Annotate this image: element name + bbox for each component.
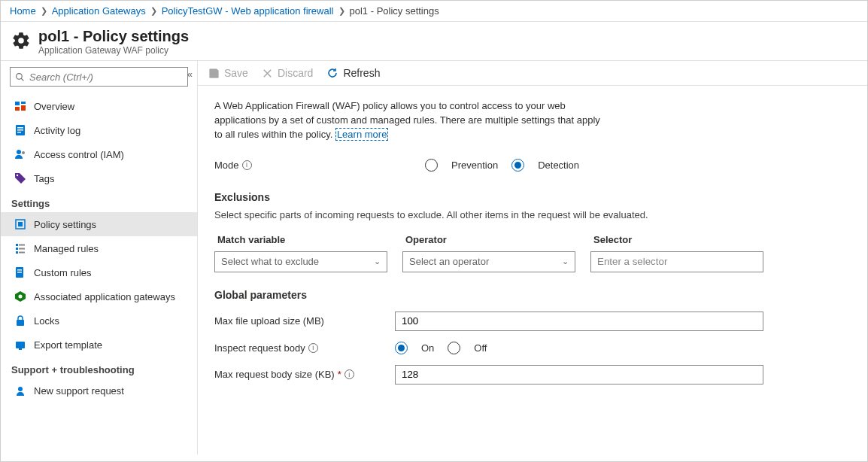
discard-icon	[262, 68, 273, 79]
inspect-radio-on[interactable]	[395, 342, 408, 354]
discard-button: Discard	[262, 67, 313, 79]
breadcrumb-policy-gw[interactable]: PolicyTestGW - Web application firewall	[162, 5, 334, 17]
chevron-right-icon: ❯	[338, 6, 345, 16]
svg-rect-23	[16, 342, 25, 348]
sidebar-item-label: Export template	[34, 339, 102, 351]
collapse-sidebar-icon[interactable]: «	[187, 68, 193, 80]
match-variable-select[interactable]: Select what to exclude ⌄	[214, 251, 387, 272]
svg-rect-4	[17, 129, 23, 131]
sidebar-item-managed-rules[interactable]: Managed rules	[1, 236, 197, 260]
max-file-upload-label: Max file upload size (MB)	[214, 315, 324, 327]
sidebar-section-support: Support + troubleshooting	[1, 357, 197, 378]
svg-rect-26	[211, 69, 216, 72]
intro-text: A Web Application Firewall (WAF) policy …	[214, 99, 605, 142]
inspect-radio-on-label[interactable]: On	[421, 342, 434, 354]
sidebar-item-label: Activity log	[34, 125, 80, 136]
breadcrumb-app-gateways[interactable]: Application Gateways	[52, 5, 146, 17]
info-icon[interactable]: i	[344, 369, 354, 379]
sidebar-item-label: Associated application gateways	[34, 291, 175, 302]
svg-line-1	[21, 78, 23, 81]
chevron-down-icon: ⌄	[374, 257, 381, 266]
breadcrumb-home[interactable]: Home	[10, 5, 36, 17]
svg-rect-12	[19, 245, 25, 246]
customrules-icon	[14, 266, 26, 278]
toolbar-label: Refresh	[343, 67, 380, 79]
search-input[interactable]	[29, 71, 183, 83]
sidebar-item-label: Access control (IAM)	[34, 149, 124, 160]
toolbar: Save Discard Refresh	[198, 61, 867, 86]
gear-icon	[11, 31, 31, 50]
svg-rect-22	[17, 320, 24, 326]
breadcrumb-current: pol1 - Policy settings	[350, 5, 439, 17]
chevron-right-icon: ❯	[150, 6, 157, 16]
svg-point-8	[17, 175, 18, 176]
exclusion-col-operator: Operator	[402, 234, 575, 245]
svg-rect-14	[19, 248, 25, 250]
svg-rect-11	[16, 244, 18, 246]
main-content: Save Discard Refresh A Web Application F…	[198, 61, 867, 454]
sidebar-item-overview[interactable]: Overview	[1, 94, 197, 118]
max-body-label: Max request body size (KB)	[214, 369, 335, 380]
svg-rect-18	[17, 269, 22, 271]
sidebar-item-policy-settings[interactable]: Policy settings	[1, 212, 197, 236]
chevron-right-icon: ❯	[41, 6, 47, 16]
required-asterisk: *	[338, 369, 341, 380]
sidebar-item-label: Managed rules	[34, 243, 99, 254]
chevron-down-icon: ⌄	[562, 257, 569, 266]
sidebar-item-custom-rules[interactable]: Custom rules	[1, 260, 197, 284]
sidebar-item-associated-gateways[interactable]: Associated application gateways	[1, 284, 197, 309]
mode-radio-detection[interactable]	[511, 159, 524, 172]
refresh-button[interactable]: Refresh	[326, 67, 380, 79]
info-icon[interactable]: i	[242, 160, 252, 170]
sidebar-section-settings: Settings	[1, 190, 197, 212]
lock-icon	[14, 315, 26, 327]
selector-input[interactable]	[590, 251, 763, 272]
sidebar-search[interactable]	[10, 67, 188, 87]
log-icon	[14, 124, 26, 136]
max-file-upload-input[interactable]	[395, 312, 763, 331]
iam-icon	[14, 148, 26, 160]
page-title: pol1 - Policy settings	[38, 28, 189, 45]
tag-icon	[14, 172, 26, 184]
inspect-radio-off[interactable]	[448, 342, 460, 354]
mode-radio-detection-label[interactable]: Detection	[538, 160, 579, 171]
sidebar: « Overview Activity log Access control (…	[1, 61, 198, 454]
svg-rect-19	[17, 272, 22, 273]
max-body-size-input[interactable]	[395, 365, 763, 384]
mode-radio-prevention[interactable]	[425, 159, 438, 172]
sidebar-item-locks[interactable]: Locks	[1, 309, 197, 333]
learn-more-link[interactable]: Learn more	[335, 128, 388, 141]
svg-rect-24	[19, 348, 22, 350]
sidebar-item-export-template[interactable]: Export template	[1, 333, 197, 357]
sidebar-item-activity-log[interactable]: Activity log	[1, 118, 197, 142]
operator-select[interactable]: Select an operator ⌄	[402, 251, 575, 272]
svg-point-6	[17, 150, 21, 154]
info-icon[interactable]: i	[308, 343, 318, 353]
sidebar-item-label: Tags	[34, 173, 54, 184]
svg-rect-27	[212, 74, 217, 77]
support-icon	[14, 384, 26, 397]
toolbar-label: Discard	[278, 67, 313, 79]
svg-rect-5	[17, 132, 21, 133]
exclusions-heading: Exclusions	[214, 191, 851, 203]
select-placeholder: Select what to exclude	[221, 256, 319, 267]
svg-rect-10	[18, 222, 23, 226]
exclusion-col-match: Match variable	[214, 234, 387, 245]
select-placeholder: Select an operator	[409, 256, 489, 267]
inspect-radio-off-label[interactable]: Off	[474, 342, 487, 354]
overview-icon	[14, 100, 26, 112]
svg-rect-3	[17, 127, 23, 129]
refresh-icon	[326, 67, 338, 79]
svg-rect-15	[16, 251, 18, 254]
sidebar-item-label: Overview	[34, 101, 74, 112]
svg-point-25	[18, 387, 23, 391]
mode-radio-prevention-label[interactable]: Prevention	[451, 160, 498, 171]
sidebar-item-tags[interactable]: Tags	[1, 166, 197, 190]
save-icon	[208, 68, 220, 79]
sidebar-item-iam[interactable]: Access control (IAM)	[1, 142, 197, 166]
sidebar-item-new-support-request[interactable]: New support request	[1, 378, 197, 403]
toolbar-label: Save	[224, 67, 248, 79]
managedrules-icon	[14, 242, 26, 254]
svg-rect-13	[16, 248, 18, 250]
svg-point-0	[17, 73, 23, 79]
